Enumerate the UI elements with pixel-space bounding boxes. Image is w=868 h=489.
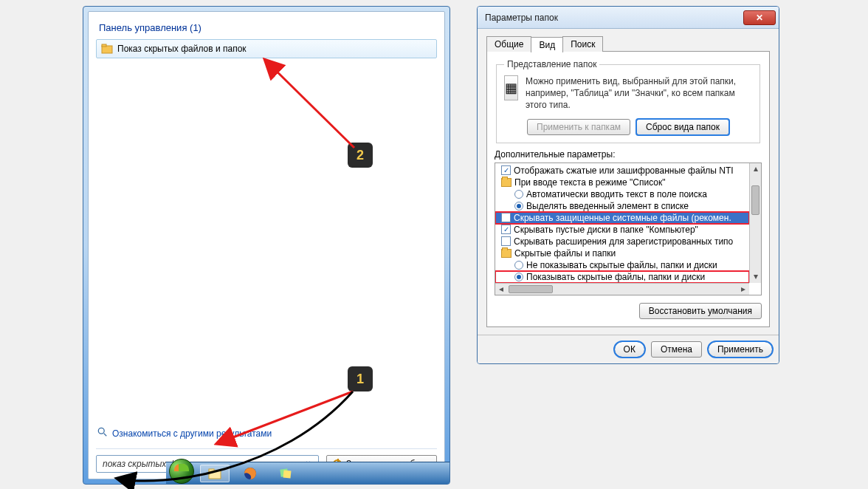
tree-label: Скрывать расширения для зарегистрированн… bbox=[514, 236, 733, 247]
taskbar-explorer-icon[interactable] bbox=[200, 465, 230, 482]
folder-icon bbox=[501, 249, 512, 258]
folder-views-group: Представление папок ▦ Можно применить ви… bbox=[496, 59, 760, 143]
scroll-right-icon[interactable]: ▸ bbox=[737, 284, 749, 295]
ok-button[interactable]: ОК bbox=[614, 341, 645, 358]
close-button[interactable]: ✕ bbox=[743, 10, 776, 25]
search-icon bbox=[97, 427, 108, 440]
tree-body: ✓ Отображать сжатые или зашифрованные фа… bbox=[495, 163, 749, 283]
dialog-buttons: ОК Отмена Применить bbox=[478, 335, 779, 363]
folder-views-row: ▦ Можно применить вид, выбранный для это… bbox=[504, 75, 752, 112]
folder-views-buttons: Применить к папкам Сброс вида папок bbox=[504, 119, 752, 135]
scroll-left-icon[interactable]: ◂ bbox=[495, 284, 507, 295]
scroll-up-icon[interactable]: ▴ bbox=[750, 163, 761, 175]
checkbox-icon: ✓ bbox=[501, 165, 511, 175]
dialog-titlebar[interactable]: Параметры папок ✕ bbox=[478, 7, 779, 29]
dialog-title: Параметры папок bbox=[485, 13, 558, 23]
svg-rect-8 bbox=[283, 470, 292, 478]
taskbar-sticky-notes-icon[interactable] bbox=[271, 465, 300, 482]
control-panel-heading-count: (1) bbox=[190, 22, 202, 33]
tree-label: Отображать сжатые или зашифрованные файл… bbox=[514, 165, 734, 176]
horizontal-scrollbar[interactable]: ◂ ▸ bbox=[495, 283, 749, 295]
folder-options-icon bbox=[101, 43, 113, 55]
svg-rect-1 bbox=[102, 44, 106, 47]
taskbar bbox=[166, 462, 450, 484]
radio-icon bbox=[514, 202, 523, 211]
scroll-thumb[interactable] bbox=[751, 185, 760, 215]
tree-label: Автоматически вводить текст в поле поиск… bbox=[526, 189, 707, 199]
control-panel-heading-text: Панель управления bbox=[99, 22, 187, 33]
svg-rect-4 bbox=[209, 471, 221, 479]
tab-search[interactable]: Поиск bbox=[562, 36, 603, 52]
tree-label: Скрывать пустые диски в папке "Компьютер… bbox=[514, 225, 698, 235]
folder-views-icon: ▦ bbox=[504, 75, 518, 100]
reset-folders-button[interactable]: Сброс вида папок bbox=[636, 119, 729, 135]
tree-label: Выделять введенный элемент в списке bbox=[526, 201, 689, 211]
tab-general[interactable]: Общие bbox=[486, 36, 531, 52]
scroll-down-icon[interactable]: ▾ bbox=[750, 271, 761, 283]
restore-defaults-button[interactable]: Восстановить умолчания bbox=[639, 303, 762, 319]
tree-item-ntfs-color[interactable]: ✓ Отображать сжатые или зашифрованные фа… bbox=[495, 165, 749, 177]
checkbox-icon: ✓ bbox=[501, 225, 511, 234]
tree-item-auto-type-search[interactable]: Автоматически вводить текст в поле поиск… bbox=[495, 188, 749, 200]
radio-icon bbox=[514, 190, 523, 199]
svg-point-2 bbox=[98, 428, 104, 434]
start-menu-window: Панель управления (1) Показ скрытых файл… bbox=[83, 6, 450, 485]
apply-button[interactable]: Применить bbox=[708, 341, 773, 358]
tree-item-select-typed[interactable]: Выделять введенный элемент в списке bbox=[495, 200, 749, 212]
radio-icon bbox=[514, 261, 523, 270]
callout-2: 2 bbox=[348, 143, 373, 168]
apply-to-folders-button[interactable]: Применить к папкам bbox=[527, 119, 630, 135]
advanced-settings-label: Дополнительные параметры: bbox=[495, 149, 762, 160]
svg-line-3 bbox=[104, 434, 107, 437]
checkbox-icon bbox=[501, 236, 511, 246]
search-result-label: Показ скрытых файлов и папок bbox=[117, 44, 247, 54]
folder-views-legend: Представление папок bbox=[504, 59, 599, 69]
cancel-button[interactable]: Отмена bbox=[651, 341, 702, 358]
tree-item-show-hidden[interactable]: Показывать скрытые файлы, папки и диски bbox=[495, 271, 749, 283]
radio-icon bbox=[514, 273, 523, 281]
close-icon: ✕ bbox=[756, 13, 763, 23]
tree-item-list-typing[interactable]: При вводе текста в режиме "Список" bbox=[495, 177, 749, 188]
scroll-thumb[interactable] bbox=[509, 285, 553, 293]
tree-label: При вводе текста в режиме "Список" bbox=[514, 177, 666, 188]
taskbar-firefox-icon[interactable] bbox=[235, 465, 265, 482]
folder-options-dialog: Параметры папок ✕ Общие Вид Поиск Предст… bbox=[477, 6, 779, 364]
control-panel-heading: Панель управления (1) bbox=[99, 22, 437, 33]
tree-label: Скрытые файлы и папки bbox=[514, 248, 616, 259]
callout-1-label: 1 bbox=[356, 372, 364, 387]
divider bbox=[96, 448, 437, 449]
search-result-show-hidden-files[interactable]: Показ скрытых файлов и папок bbox=[96, 39, 437, 58]
dialog-tabs: Общие Вид Поиск bbox=[486, 36, 770, 52]
vertical-scrollbar[interactable]: ▴ ▾ bbox=[749, 163, 761, 283]
tree-label: Скрывать защищенные системные файлы (рек… bbox=[514, 213, 731, 223]
start-button[interactable] bbox=[169, 459, 194, 484]
callout-1: 1 bbox=[348, 366, 373, 391]
checkbox-icon bbox=[501, 213, 511, 222]
dialog-body: Общие Вид Поиск Представление папок ▦ Мо… bbox=[478, 29, 779, 335]
callout-2-label: 2 bbox=[356, 148, 364, 163]
tree-item-hide-protected-os-files[interactable]: Скрывать защищенные системные файлы (рек… bbox=[495, 212, 749, 224]
restore-defaults-row: Восстановить умолчания bbox=[495, 303, 762, 319]
tab-view[interactable]: Вид bbox=[531, 37, 563, 52]
see-more-results-link[interactable]: Ознакомиться с другими результатами bbox=[96, 424, 437, 445]
folder-views-description: Можно применить вид, выбранный для этой … bbox=[526, 75, 752, 112]
see-more-results-label: Ознакомиться с другими результатами bbox=[112, 428, 272, 439]
start-menu-spacer bbox=[96, 58, 437, 424]
folder-icon bbox=[501, 178, 512, 187]
tree-item-dont-show-hidden[interactable]: Не показывать скрытые файлы, папки и дис… bbox=[495, 259, 749, 271]
tree-label: Не показывать скрытые файлы, папки и дис… bbox=[526, 260, 717, 270]
tree-label: Показывать скрытые файлы, папки и диски bbox=[526, 272, 705, 282]
start-menu-inner: Панель управления (1) Показ скрытых файл… bbox=[88, 11, 445, 479]
advanced-settings-tree[interactable]: ✓ Отображать сжатые или зашифрованные фа… bbox=[495, 163, 762, 295]
tree-item-hidden-files-group[interactable]: Скрытые файлы и папки bbox=[495, 247, 749, 259]
svg-rect-5 bbox=[209, 469, 214, 471]
tree-item-hide-empty-drives[interactable]: ✓ Скрывать пустые диски в папке "Компьют… bbox=[495, 224, 749, 236]
tab-view-page: Представление папок ▦ Можно применить ви… bbox=[486, 51, 770, 327]
tree-item-hide-extensions[interactable]: Скрывать расширения для зарегистрированн… bbox=[495, 236, 749, 247]
